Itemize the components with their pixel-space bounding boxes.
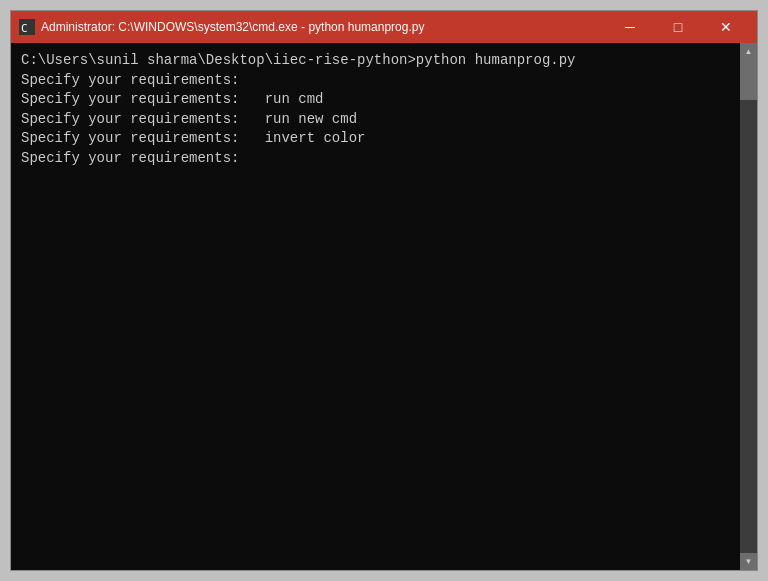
terminal-line: Specify your requirements: — [21, 71, 732, 91]
scrollbar[interactable]: ▲ ▼ — [740, 43, 757, 570]
terminal-line: Specify your requirements: invert color — [21, 129, 732, 149]
close-button[interactable]: ✕ — [703, 13, 749, 41]
terminal-output[interactable]: C:\Users\sunil sharma\Desktop\iiec-rise-… — [11, 43, 740, 570]
cmd-icon: C — [19, 19, 35, 35]
scroll-down-button[interactable]: ▼ — [740, 553, 757, 570]
terminal-line: C:\Users\sunil sharma\Desktop\iiec-rise-… — [21, 51, 732, 71]
svg-text:C: C — [21, 22, 28, 35]
minimize-button[interactable]: ─ — [607, 13, 653, 41]
scroll-up-button[interactable]: ▲ — [740, 43, 757, 60]
window-body: C:\Users\sunil sharma\Desktop\iiec-rise-… — [11, 43, 757, 570]
terminal-line: Specify your requirements: — [21, 149, 732, 169]
window-controls: ─ □ ✕ — [607, 13, 749, 41]
window-title: Administrator: C:\WINDOWS\system32\cmd.e… — [41, 20, 424, 34]
cmd-window: C Administrator: C:\WINDOWS\system32\cmd… — [10, 10, 758, 571]
scrollbar-thumb[interactable] — [740, 60, 757, 100]
scrollbar-track[interactable] — [740, 60, 757, 553]
title-bar-left: C Administrator: C:\WINDOWS\system32\cmd… — [19, 19, 424, 35]
terminal-line: Specify your requirements: run cmd — [21, 90, 732, 110]
terminal-line: Specify your requirements: run new cmd — [21, 110, 732, 130]
maximize-button[interactable]: □ — [655, 13, 701, 41]
title-bar: C Administrator: C:\WINDOWS\system32\cmd… — [11, 11, 757, 43]
